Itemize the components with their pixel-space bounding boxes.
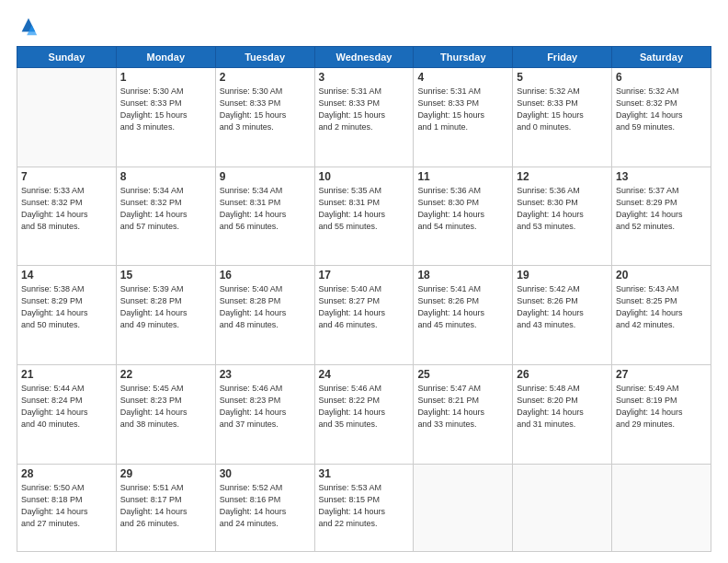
day-number: 21 (21, 368, 112, 381)
day-number: 25 (417, 368, 508, 381)
day-info: Sunrise: 5:45 AMSunset: 8:23 PMDaylight:… (120, 383, 211, 431)
day-number: 7 (21, 170, 112, 183)
day-of-week-header: Saturday (612, 47, 711, 68)
calendar-day-cell: 14Sunrise: 5:38 AMSunset: 8:29 PMDayligh… (17, 266, 117, 365)
calendar-week-row: 7Sunrise: 5:33 AMSunset: 8:32 PMDaylight… (17, 167, 711, 266)
calendar-week-row: 14Sunrise: 5:38 AMSunset: 8:29 PMDayligh… (17, 266, 711, 365)
day-number: 27 (616, 368, 707, 381)
day-of-week-header: Wednesday (314, 47, 414, 68)
calendar-day-cell: 12Sunrise: 5:36 AMSunset: 8:30 PMDayligh… (513, 167, 612, 266)
day-number: 28 (21, 467, 112, 480)
day-number: 18 (417, 269, 508, 282)
day-number: 3 (319, 71, 410, 84)
calendar-day-cell (414, 464, 513, 551)
calendar-day-cell: 3Sunrise: 5:31 AMSunset: 8:33 PMDaylight… (314, 68, 414, 167)
day-info: Sunrise: 5:40 AMSunset: 8:28 PMDaylight:… (220, 283, 311, 331)
day-number: 20 (616, 269, 707, 282)
day-info: Sunrise: 5:31 AMSunset: 8:33 PMDaylight:… (417, 86, 508, 133)
calendar-day-cell: 27Sunrise: 5:49 AMSunset: 8:19 PMDayligh… (612, 365, 711, 465)
day-info: Sunrise: 5:50 AMSunset: 8:18 PMDaylight:… (21, 482, 112, 530)
calendar-day-cell: 23Sunrise: 5:46 AMSunset: 8:23 PMDayligh… (215, 365, 314, 465)
day-info: Sunrise: 5:41 AMSunset: 8:26 PMDaylight:… (417, 283, 508, 331)
day-of-week-header: Sunday (17, 47, 117, 68)
header (17, 17, 711, 37)
day-number: 15 (120, 269, 211, 282)
calendar-day-cell: 13Sunrise: 5:37 AMSunset: 8:29 PMDayligh… (612, 167, 711, 266)
day-info: Sunrise: 5:48 AMSunset: 8:20 PMDaylight:… (517, 383, 608, 431)
day-number: 1 (120, 71, 211, 84)
day-of-week-header: Monday (116, 47, 215, 68)
day-number: 10 (319, 170, 410, 183)
calendar-day-cell: 22Sunrise: 5:45 AMSunset: 8:23 PMDayligh… (116, 365, 215, 465)
calendar-day-cell (17, 68, 117, 167)
day-number: 16 (220, 269, 311, 282)
day-info: Sunrise: 5:51 AMSunset: 8:17 PMDaylight:… (120, 482, 211, 530)
calendar-day-cell: 7Sunrise: 5:33 AMSunset: 8:32 PMDaylight… (17, 167, 117, 266)
calendar-header-row: SundayMondayTuesdayWednesdayThursdayFrid… (17, 47, 711, 68)
day-info: Sunrise: 5:33 AMSunset: 8:32 PMDaylight:… (21, 185, 112, 233)
day-info: Sunrise: 5:38 AMSunset: 8:29 PMDaylight:… (21, 283, 112, 331)
calendar-week-row: 1Sunrise: 5:30 AMSunset: 8:33 PMDaylight… (17, 68, 711, 167)
day-number: 13 (616, 170, 707, 183)
day-number: 14 (21, 269, 112, 282)
day-number: 17 (319, 269, 410, 282)
day-number: 24 (319, 368, 410, 381)
day-info: Sunrise: 5:36 AMSunset: 8:30 PMDaylight:… (417, 185, 508, 233)
calendar-day-cell: 8Sunrise: 5:34 AMSunset: 8:32 PMDaylight… (116, 167, 215, 266)
day-info: Sunrise: 5:52 AMSunset: 8:16 PMDaylight:… (220, 482, 311, 530)
calendar-day-cell: 30Sunrise: 5:52 AMSunset: 8:16 PMDayligh… (215, 464, 314, 551)
calendar-day-cell: 1Sunrise: 5:30 AMSunset: 8:33 PMDaylight… (116, 68, 215, 167)
day-number: 19 (517, 269, 608, 282)
day-info: Sunrise: 5:47 AMSunset: 8:21 PMDaylight:… (417, 383, 508, 431)
calendar-day-cell (513, 464, 612, 551)
calendar-day-cell (612, 464, 711, 551)
day-of-week-header: Friday (513, 47, 612, 68)
day-of-week-header: Tuesday (215, 47, 314, 68)
day-number: 26 (517, 368, 608, 381)
day-info: Sunrise: 5:53 AMSunset: 8:15 PMDaylight:… (319, 482, 410, 530)
day-info: Sunrise: 5:46 AMSunset: 8:23 PMDaylight:… (220, 383, 311, 431)
day-info: Sunrise: 5:40 AMSunset: 8:27 PMDaylight:… (319, 283, 410, 331)
day-info: Sunrise: 5:44 AMSunset: 8:24 PMDaylight:… (21, 383, 112, 431)
day-info: Sunrise: 5:43 AMSunset: 8:25 PMDaylight:… (616, 283, 707, 331)
day-info: Sunrise: 5:30 AMSunset: 8:33 PMDaylight:… (120, 86, 211, 133)
calendar-day-cell: 18Sunrise: 5:41 AMSunset: 8:26 PMDayligh… (414, 266, 513, 365)
day-number: 31 (319, 467, 410, 480)
day-number: 2 (220, 71, 311, 84)
day-of-week-header: Thursday (414, 47, 513, 68)
day-number: 22 (120, 368, 211, 381)
day-number: 11 (417, 170, 508, 183)
calendar-day-cell: 24Sunrise: 5:46 AMSunset: 8:22 PMDayligh… (314, 365, 414, 465)
calendar-day-cell: 10Sunrise: 5:35 AMSunset: 8:31 PMDayligh… (314, 167, 414, 266)
calendar-day-cell: 16Sunrise: 5:40 AMSunset: 8:28 PMDayligh… (215, 266, 314, 365)
logo (17, 17, 39, 37)
day-info: Sunrise: 5:30 AMSunset: 8:33 PMDaylight:… (220, 86, 311, 133)
day-number: 12 (517, 170, 608, 183)
calendar-day-cell: 19Sunrise: 5:42 AMSunset: 8:26 PMDayligh… (513, 266, 612, 365)
day-number: 9 (220, 170, 311, 183)
calendar-day-cell: 4Sunrise: 5:31 AMSunset: 8:33 PMDaylight… (414, 68, 513, 167)
calendar-day-cell: 29Sunrise: 5:51 AMSunset: 8:17 PMDayligh… (116, 464, 215, 551)
day-info: Sunrise: 5:34 AMSunset: 8:32 PMDaylight:… (120, 185, 211, 233)
calendar-day-cell: 20Sunrise: 5:43 AMSunset: 8:25 PMDayligh… (612, 266, 711, 365)
day-info: Sunrise: 5:42 AMSunset: 8:26 PMDaylight:… (517, 283, 608, 331)
calendar-day-cell: 28Sunrise: 5:50 AMSunset: 8:18 PMDayligh… (17, 464, 117, 551)
day-number: 5 (517, 71, 608, 84)
day-info: Sunrise: 5:49 AMSunset: 8:19 PMDaylight:… (616, 383, 707, 431)
day-number: 8 (120, 170, 211, 183)
day-info: Sunrise: 5:35 AMSunset: 8:31 PMDaylight:… (319, 185, 410, 233)
calendar-day-cell: 25Sunrise: 5:47 AMSunset: 8:21 PMDayligh… (414, 365, 513, 465)
calendar-day-cell: 5Sunrise: 5:32 AMSunset: 8:33 PMDaylight… (513, 68, 612, 167)
calendar-day-cell: 11Sunrise: 5:36 AMSunset: 8:30 PMDayligh… (414, 167, 513, 266)
day-number: 23 (220, 368, 311, 381)
day-info: Sunrise: 5:32 AMSunset: 8:32 PMDaylight:… (616, 86, 707, 133)
day-info: Sunrise: 5:34 AMSunset: 8:31 PMDaylight:… (220, 185, 311, 233)
day-number: 6 (616, 71, 707, 84)
day-info: Sunrise: 5:39 AMSunset: 8:28 PMDaylight:… (120, 283, 211, 331)
calendar-day-cell: 6Sunrise: 5:32 AMSunset: 8:32 PMDaylight… (612, 68, 711, 167)
day-number: 29 (120, 467, 211, 480)
calendar-day-cell: 31Sunrise: 5:53 AMSunset: 8:15 PMDayligh… (314, 464, 414, 551)
day-info: Sunrise: 5:32 AMSunset: 8:33 PMDaylight:… (517, 86, 608, 133)
day-info: Sunrise: 5:31 AMSunset: 8:33 PMDaylight:… (319, 86, 410, 133)
day-number: 4 (417, 71, 508, 84)
